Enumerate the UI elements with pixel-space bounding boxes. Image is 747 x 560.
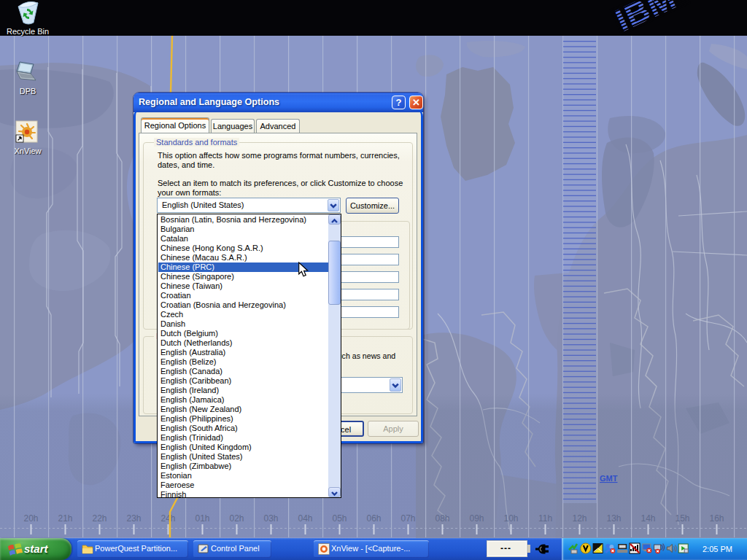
svg-text:09h: 09h	[469, 513, 484, 524]
svg-text:02h: 02h	[229, 513, 244, 524]
svg-text:03h: 03h	[263, 513, 278, 524]
svg-text:05h: 05h	[332, 513, 347, 524]
svg-text:16h: 16h	[709, 513, 724, 524]
svg-text:01h: 01h	[195, 513, 209, 524]
svg-text:12h: 12h	[572, 513, 587, 524]
svg-text:15h: 15h	[675, 513, 689, 524]
svg-text:10h: 10h	[503, 513, 518, 524]
svg-text:04h: 04h	[298, 513, 312, 524]
svg-text:07h: 07h	[400, 513, 415, 524]
svg-text:23h: 23h	[126, 513, 141, 524]
svg-text:11h: 11h	[538, 513, 552, 524]
svg-text:22h: 22h	[92, 513, 107, 524]
svg-text:20h: 20h	[23, 513, 38, 524]
svg-text:13h: 13h	[606, 513, 621, 524]
svg-text:06h: 06h	[366, 513, 381, 524]
svg-text:GMT: GMT	[600, 474, 618, 483]
svg-text:24h: 24h	[160, 513, 175, 524]
svg-text:08h: 08h	[435, 513, 449, 524]
svg-text:14h: 14h	[640, 513, 655, 524]
svg-text:21h: 21h	[58, 513, 72, 524]
